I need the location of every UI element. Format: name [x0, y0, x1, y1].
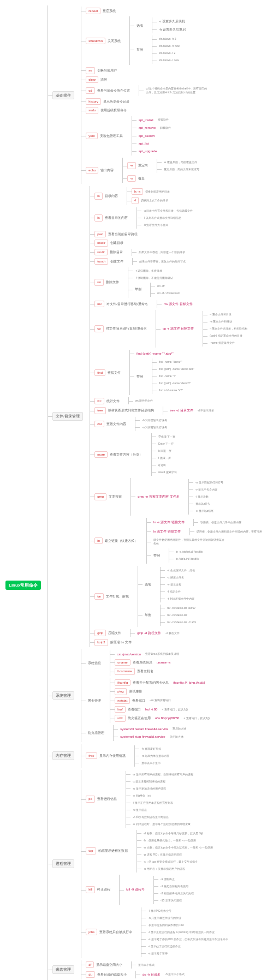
grep-n5: -e 显示以a结尾	[193, 509, 216, 513]
root-node[interactable]: Linux常用命令	[5, 581, 41, 590]
disk-label[interactable]: 磁盘管理	[52, 965, 74, 974]
top-desc: 动态显示进程的数据	[96, 848, 130, 853]
cp-n2: -a 重命文件和移动	[207, 319, 234, 324]
systemctl1-d: 重启防火墙	[170, 726, 188, 731]
ls-l: -l	[132, 197, 139, 204]
cmd-cat[interactable]: cat	[94, 421, 104, 427]
cmd-more[interactable]: more	[94, 451, 108, 458]
cmd-netstat[interactable]: netstat	[115, 697, 130, 704]
cmd-reboot[interactable]: reboot	[86, 8, 100, 14]
rm-ex: 举例	[133, 286, 144, 292]
tar-n3: -v 显示过程	[165, 582, 183, 587]
cmd-cd[interactable]: cd	[86, 87, 94, 94]
cmd-du[interactable]: du	[86, 971, 95, 978]
cmd-wc[interactable]: wc	[94, 398, 104, 404]
cmd-rm[interactable]: rm	[94, 279, 104, 285]
more-n2: Enter 下一行	[156, 441, 176, 446]
ln-desc: 建立链接（快捷方式）	[103, 538, 140, 543]
cmd-ps[interactable]: ps	[86, 796, 94, 802]
cmd-grep[interactable]: grep	[94, 493, 106, 500]
cmd-lsof[interactable]: lsof	[115, 706, 125, 713]
ls-l-d: 切换到上次工作的目录	[139, 198, 170, 203]
cmd-tar[interactable]: tar	[94, 593, 104, 600]
bzip2-desc: 解压缩 bz 文件	[108, 640, 134, 645]
cmd-rmdir[interactable]: rmdir	[94, 249, 108, 255]
kill-n1: -9 强制终止	[158, 877, 177, 882]
cmd-jobs[interactable]: jobs	[86, 929, 97, 935]
tar-ex3: tar -zvf demo.tar -C a/b/	[165, 620, 198, 625]
cmd-tree[interactable]: tree	[94, 407, 105, 414]
cat-n1: -b 对非空输出行编号	[140, 418, 169, 423]
yum-upgrade: apt_upgrade	[136, 148, 159, 154]
ls-desc: 目录内容	[103, 193, 120, 199]
cmd-clear[interactable]: clear	[86, 76, 98, 83]
grep-desc: 文本搜索	[106, 494, 124, 499]
cmd-echo[interactable]: echo	[86, 167, 98, 174]
ps-n7: -A 和所有控制进程显示封信息	[130, 815, 171, 820]
find-desc: 查找文件	[105, 370, 123, 375]
cmd-ping[interactable]: ping	[115, 688, 126, 695]
cmd-shutdown[interactable]: shutdown	[86, 38, 105, 44]
ps-n5: -f 显示正在使用本进程的完整列表	[130, 800, 175, 805]
tar-opt: 选项	[143, 582, 153, 587]
cmd-bzip2[interactable]: bzip2	[94, 639, 108, 646]
cat-basic: 基础操作 reboot重启系统 shutdown关闭系统 选项 -r 设置多久后…	[52, 7, 264, 184]
yum-install-d: 安装软件	[156, 117, 171, 122]
cmd-free[interactable]: free	[86, 752, 97, 759]
ifconfig-d: 查看并卡配置的网卡信息	[130, 680, 171, 685]
tar-n2: -x 解压文件名	[165, 575, 186, 580]
file-label[interactable]: 文件/目录管理	[52, 412, 83, 421]
free-n1: -h 直观友好形式	[139, 746, 163, 751]
ps-desc: 查看进程信息	[95, 796, 119, 802]
more-n5: q 退出	[156, 463, 168, 468]
cmd-hostname[interactable]: hostname	[115, 668, 134, 674]
cmd-pwd[interactable]: pwd	[94, 231, 106, 237]
sudo-desc: 使用超级权限命令	[98, 107, 129, 113]
cmd-su[interactable]: su	[86, 67, 94, 74]
free-n3: 显示以大小显示	[139, 761, 163, 766]
cmd-kill[interactable]: kill	[86, 886, 95, 893]
ln-ex4: ln /etc/a.ini/ /testfile	[174, 557, 201, 561]
cmd-ls[interactable]: ls	[94, 193, 102, 199]
proc-label[interactable]: 进程管理	[52, 859, 74, 868]
cmd-find[interactable]: find	[94, 369, 105, 376]
ufw-n1: -i 查看端口，默认为()	[181, 716, 212, 721]
wc-desc: 统计文件	[104, 398, 122, 404]
cmd-ls2[interactable]: ls	[94, 214, 102, 221]
find-ex6: find a.b/ -name "a?"	[157, 388, 185, 393]
ex2: shutdown -h now	[157, 44, 182, 49]
lsof-ex: lsof -i:80	[143, 707, 160, 712]
shutdown-desc: 关闭系统	[105, 38, 123, 44]
cmd-mkdir[interactable]: mkdir	[94, 240, 108, 246]
cmd-ln[interactable]: ln	[94, 537, 103, 544]
cmd-ifconfig[interactable]: ifconfig	[115, 679, 130, 686]
ps-n2: -x 显示没有控制终端的进程	[130, 779, 168, 784]
basic-label[interactable]: 基础操作	[52, 91, 74, 100]
cmd-mv[interactable]: mv	[94, 301, 104, 307]
cmd-touch[interactable]: touch	[94, 258, 108, 265]
cmd-uname[interactable]: uname	[115, 659, 130, 666]
cmd-sudo[interactable]: sudo	[86, 107, 98, 113]
cp-n5: -name 指定条件文件	[207, 340, 237, 345]
cp-n1: -r 重命文件和目录	[207, 312, 234, 317]
cmd-history[interactable]: history	[86, 98, 101, 105]
free-n2: -m 以M为单位显示内存	[139, 754, 171, 758]
ls-la: -a 目录中所有文件和目录，包括隐藏文件	[141, 208, 195, 213]
ls-la4: -h 查看文件大小格式	[141, 223, 171, 228]
uname-ex: uname -a	[155, 660, 173, 665]
cmd-ufw[interactable]: ufw	[115, 715, 125, 721]
sys-label[interactable]: 系统管理	[52, 691, 74, 700]
cat-disk: 磁盘管理 df显示磁盘空间大小 显示大小格式 du查看目录的磁盘大小 du -h…	[52, 960, 264, 979]
cmd-yum[interactable]: yum	[86, 133, 97, 139]
ex4: shutdown -r now	[157, 58, 181, 63]
echo-e-d: 重定向	[136, 163, 150, 168]
clear-desc: 清屏	[98, 77, 109, 82]
ps-n3: -u 显示更加详细的用户进程	[130, 786, 168, 791]
cmd-df[interactable]: df	[86, 961, 94, 968]
cmd-cp[interactable]: cp	[94, 325, 103, 332]
cmd-top[interactable]: top	[86, 847, 96, 854]
yum-install: apt_install	[136, 117, 156, 123]
cmd-gzip[interactable]: gzip	[94, 630, 106, 636]
more-desc: 查看文件内容（分页）	[108, 452, 145, 457]
mem-label[interactable]: 内存管理	[52, 751, 74, 760]
